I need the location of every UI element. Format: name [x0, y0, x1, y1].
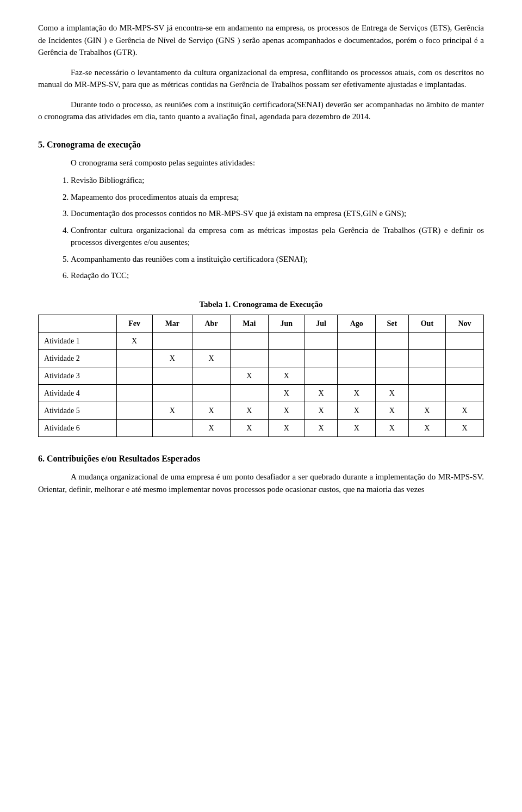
activity-3-month-6	[304, 367, 338, 385]
schedule-table: FevMarAbrMaiJunJulAgoSetOutNovAtividade …	[38, 315, 484, 437]
activity-6-month-3: X	[192, 420, 231, 437]
table-header: Jun	[268, 315, 304, 333]
activity-3-month-5: X	[268, 367, 304, 385]
activity-3-month-10	[446, 367, 484, 385]
activity-2-month-8	[376, 350, 409, 367]
activity-6-month-6: X	[304, 420, 338, 437]
activity-2-month-2: X	[152, 350, 192, 367]
activity-5-month-4: X	[230, 402, 268, 420]
table-row: Atividade 5XXXXXXXXX	[39, 402, 484, 420]
activity-6-month-10: X	[446, 420, 484, 437]
list-item-2: Mapeamento dos procedimentos atuais da e…	[71, 191, 484, 204]
activity-2-month-10	[446, 350, 484, 367]
activity-1-month-9	[408, 333, 445, 350]
activity-6-month-2	[152, 420, 192, 437]
activity-1-month-1: X	[116, 333, 152, 350]
table-header: Mar	[152, 315, 192, 333]
activity-1-month-5	[268, 333, 304, 350]
table-row: Atividade 6XXXXXXXX	[39, 420, 484, 437]
table-header: Nov	[446, 315, 484, 333]
activity-4-month-5: X	[268, 385, 304, 402]
activity-label: Atividade 3	[39, 367, 117, 385]
activity-3-month-9	[408, 367, 445, 385]
list-item-6: Redação do TCC;	[71, 269, 484, 282]
activity-5-month-3: X	[192, 402, 231, 420]
activity-6-month-7: X	[338, 420, 376, 437]
list-item-3: Documentação dos processos contidos no M…	[71, 207, 484, 220]
activity-2-month-4	[230, 350, 268, 367]
activity-4-month-3	[192, 385, 231, 402]
table-header	[39, 315, 117, 333]
table-row: Atividade 4XXXX	[39, 385, 484, 402]
table-row: Atividade 1X	[39, 333, 484, 350]
table-header: Fev	[116, 315, 152, 333]
activity-6-month-5: X	[268, 420, 304, 437]
activity-1-month-4	[230, 333, 268, 350]
table-header: Set	[376, 315, 409, 333]
list-item-4: Confrontar cultura organizacional da emp…	[71, 224, 484, 249]
activities-list: Revisão Bibliográfica;Mapeamento dos pro…	[71, 174, 484, 282]
activity-label: Atividade 5	[39, 402, 117, 420]
activity-2-month-9	[408, 350, 445, 367]
activity-2-month-3: X	[192, 350, 231, 367]
paragraph-2: Faz-se necessário o levantamento da cult…	[38, 66, 484, 91]
activity-5-month-5: X	[268, 402, 304, 420]
activity-4-month-4	[230, 385, 268, 402]
section-5-intro: O cronograma será composto pelas seguint…	[71, 157, 484, 169]
activity-4-month-9	[408, 385, 445, 402]
list-item-5: Acompanhamento das reuniões com a instit…	[71, 253, 484, 266]
activity-6-month-9: X	[408, 420, 445, 437]
table-header: Out	[408, 315, 445, 333]
table-header: Mai	[230, 315, 268, 333]
activity-5-month-9: X	[408, 402, 445, 420]
activity-1-month-8	[376, 333, 409, 350]
section-5-heading: 5. Cronograma de execução	[38, 138, 484, 151]
activity-3-month-8	[376, 367, 409, 385]
activity-5-month-1	[116, 402, 152, 420]
activity-5-month-7: X	[338, 402, 376, 420]
activity-5-month-2: X	[152, 402, 192, 420]
activity-2-month-6	[304, 350, 338, 367]
activity-1-month-2	[152, 333, 192, 350]
activity-4-month-8: X	[376, 385, 409, 402]
activity-3-month-4: X	[230, 367, 268, 385]
activity-6-month-8: X	[376, 420, 409, 437]
paragraph-1: Como a implantação do MR-MPS-SV já encon…	[38, 22, 484, 59]
activity-1-month-10	[446, 333, 484, 350]
activity-4-month-1	[116, 385, 152, 402]
activity-6-month-1	[116, 420, 152, 437]
table-header: Ago	[338, 315, 376, 333]
table-header: Abr	[192, 315, 231, 333]
section-6-heading: 6. Contribuições e/ou Resultados Esperad…	[38, 452, 484, 465]
table-header: Jul	[304, 315, 338, 333]
list-item-1: Revisão Bibliográfica;	[71, 174, 484, 187]
section-6-paragraph-1: A mudança organizacional de uma empresa …	[38, 471, 484, 495]
activity-label: Atividade 1	[39, 333, 117, 350]
activity-1-month-7	[338, 333, 376, 350]
activity-2-month-1	[116, 350, 152, 367]
table-row: Atividade 2XX	[39, 350, 484, 367]
activity-6-month-4: X	[230, 420, 268, 437]
activity-3-month-1	[116, 367, 152, 385]
activity-4-month-7: X	[338, 385, 376, 402]
activity-label: Atividade 4	[39, 385, 117, 402]
activity-1-month-6	[304, 333, 338, 350]
activity-5-month-10: X	[446, 402, 484, 420]
activity-3-month-3	[192, 367, 231, 385]
activity-4-month-2	[152, 385, 192, 402]
activity-2-month-7	[338, 350, 376, 367]
activity-5-month-6: X	[304, 402, 338, 420]
activity-3-month-2	[152, 367, 192, 385]
activity-1-month-3	[192, 333, 231, 350]
activity-label: Atividade 6	[39, 420, 117, 437]
activity-5-month-8: X	[376, 402, 409, 420]
activity-4-month-10	[446, 385, 484, 402]
activity-3-month-7	[338, 367, 376, 385]
activity-4-month-6: X	[304, 385, 338, 402]
activity-label: Atividade 2	[39, 350, 117, 367]
table-row: Atividade 3XX	[39, 367, 484, 385]
paragraph-3: Durante todo o processo, as reuniões com…	[38, 99, 484, 123]
table-title: Tabela 1. Cronograma de Execução	[38, 298, 484, 311]
activity-2-month-5	[268, 350, 304, 367]
